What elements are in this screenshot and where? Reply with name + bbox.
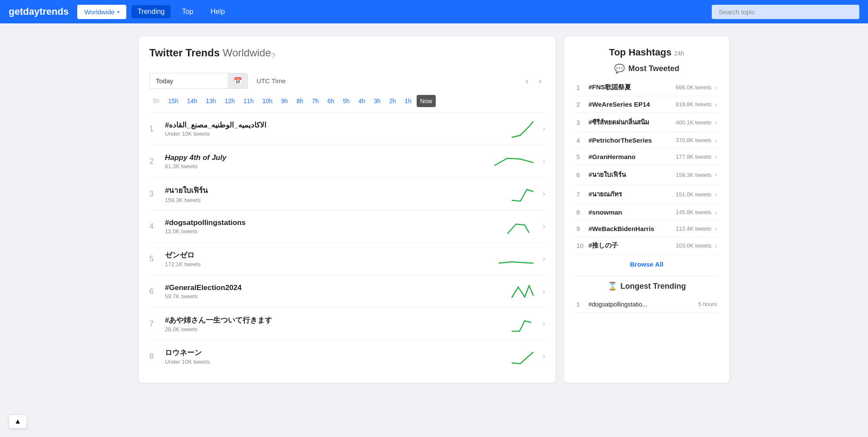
next-arrow[interactable]: ›	[535, 74, 545, 88]
hashtag-name: #WeAreSeries EP14	[589, 101, 676, 108]
table-row[interactable]: 8 ロウネーン Under 10K tweets ›	[149, 340, 545, 372]
table-row[interactable]: 5 ゼンゼロ 172.1K tweets ›	[149, 242, 545, 275]
trend-count: 159.3K tweets	[165, 197, 480, 203]
table-row[interactable]: 4 #dogsatpollingstations 12.0K tweets ›	[149, 210, 545, 242]
list-item[interactable]: 10 #推しの子 103.0K tweets ›	[575, 237, 719, 254]
time-1h[interactable]: 1h	[401, 95, 415, 107]
trend-count: 28.0K tweets	[165, 326, 480, 333]
trend-info: #นายใบเฟิร์น 159.3K tweets	[165, 184, 480, 203]
date-row: 📅 UTC Time ‹ ›	[149, 73, 545, 89]
nav-top[interactable]: Top	[176, 5, 199, 18]
hashtag-arrow-icon: ›	[715, 84, 717, 91]
trend-info: #dogsatpollingstations 12.0K tweets	[165, 218, 480, 235]
hashtag-count: 400.1K tweets	[676, 119, 711, 126]
time-5h[interactable]: 5h	[339, 95, 353, 107]
main-container: Twitter Trends Worldwide ? 📅 UTC Time ‹ …	[130, 23, 738, 396]
trend-rank: 8	[149, 352, 165, 361]
time-nav: 5h 15h 14h 13h 12h 11h 10h 9h 8h 7h 6h 5…	[149, 95, 545, 109]
utc-label: UTC Time	[256, 77, 286, 85]
longest-hours: 5 hours	[698, 301, 717, 307]
hashtag-arrow-icon: ›	[715, 242, 717, 249]
most-tweeted-label: 💬 Most Tweeted	[575, 63, 719, 74]
hashtag-name: #ซีรีส์หยดฝนกลิ่นสนิม	[589, 117, 676, 127]
calendar-button[interactable]: 📅	[228, 73, 247, 88]
list-item[interactable]: 1 #dogsatpollingstatio... 5 hours	[575, 296, 719, 313]
list-item[interactable]: 2 #WeAreSeries EP14 618.8K tweets ›	[575, 96, 719, 113]
hashtag-list: 1 #FNS歌謡祭夏 666.0K tweets › 2 #WeAreSerie…	[575, 79, 719, 254]
list-item[interactable]: 9 #WeBackBidenHarris 112.4K tweets ›	[575, 221, 719, 237]
trend-name: ゼンゼロ	[165, 250, 480, 260]
hashtag-count: 151.0K tweets	[676, 191, 711, 198]
hashtag-rank: 8	[576, 209, 589, 216]
list-item[interactable]: 8 #snowman 145.8K tweets ›	[575, 204, 719, 221]
worldwide-button[interactable]: Worldwide ▾	[77, 5, 126, 19]
list-item[interactable]: 5 #GranHermano 177.9K tweets ›	[575, 149, 719, 165]
time-now[interactable]: Now	[417, 95, 436, 107]
time-8h[interactable]: 8h	[293, 95, 307, 107]
list-item[interactable]: 7 #นายณภัทร 151.0K tweets ›	[575, 185, 719, 204]
hashtag-count: 370.8K tweets	[676, 137, 711, 143]
section-divider	[575, 276, 719, 276]
prev-arrow[interactable]: ‹	[522, 74, 532, 88]
trend-arrow-icon: ›	[543, 190, 545, 198]
table-row[interactable]: 2 Happy 4th of July 61.3K tweets ›	[149, 145, 545, 177]
panel-subtitle: Worldwide	[223, 47, 271, 59]
time-3h[interactable]: 3h	[370, 95, 384, 107]
time-4h[interactable]: 4h	[355, 95, 369, 107]
trend-arrow-icon: ›	[543, 255, 545, 263]
table-row[interactable]: 6 #GeneralElection2024 59.7K tweets ›	[149, 275, 545, 307]
table-row[interactable]: 7 #あや姉さん一生ついて行きます 28.0K tweets ›	[149, 307, 545, 340]
time-10h[interactable]: 10h	[259, 95, 276, 107]
hashtag-count: 145.8K tweets	[676, 209, 711, 215]
hashtag-count: 159.3K tweets	[676, 172, 711, 178]
trend-rank: 5	[149, 254, 165, 264]
time-14h[interactable]: 14h	[184, 95, 201, 107]
right-panel: Top Hashtags 24h 💬 Most Tweeted 1 #FNS歌謡…	[564, 36, 729, 383]
sidebar-title: Top Hashtags 24h	[575, 47, 719, 58]
hashtag-arrow-icon: ›	[715, 119, 717, 126]
longest-name: #dogsatpollingstatio...	[589, 301, 698, 308]
table-row[interactable]: 3 #นายใบเฟิร์น 159.3K tweets ›	[149, 177, 545, 210]
search-input[interactable]	[712, 5, 859, 19]
trend-count: 172.1K tweets	[165, 261, 480, 267]
trend-info: Happy 4th of July 61.3K tweets	[165, 153, 480, 170]
table-row[interactable]: 1 #الاكاديميه_الوطنيه_مصنع_القاده Under …	[149, 112, 545, 145]
trend-arrow-icon: ›	[543, 125, 545, 133]
help-icon[interactable]: ?	[271, 52, 276, 61]
time-13h[interactable]: 13h	[202, 95, 219, 107]
sidebar-badge: 24h	[674, 50, 684, 57]
hashtag-arrow-icon: ›	[715, 225, 717, 232]
trend-info: #الاكاديميه_الوطنيه_مصنع_القاده Under 10…	[165, 121, 480, 137]
list-item[interactable]: 4 #PetrichorTheSeries 370.8K tweets ›	[575, 132, 719, 149]
date-input[interactable]	[150, 74, 228, 88]
time-9h[interactable]: 9h	[278, 95, 292, 107]
trend-count: 61.3K tweets	[165, 163, 480, 170]
list-item[interactable]: 1 #FNS歌謡祭夏 666.0K tweets ›	[575, 79, 719, 96]
nav-trending[interactable]: Trending	[132, 5, 171, 18]
sidebar-title-text: Top Hashtags	[609, 47, 671, 58]
time-7h[interactable]: 7h	[309, 95, 322, 107]
time-11h[interactable]: 11h	[240, 95, 257, 107]
panel-title-text: Twitter Trends	[149, 47, 220, 59]
list-item[interactable]: 6 #นายใบเฟิร์น 159.3K tweets ›	[575, 165, 719, 185]
trend-count: 59.7K tweets	[165, 293, 480, 300]
time-15h[interactable]: 15h	[165, 95, 182, 107]
hashtag-arrow-icon: ›	[715, 209, 717, 216]
hashtag-rank: 9	[576, 225, 589, 232]
logo-prefix: getday	[9, 6, 39, 17]
time-5h-dim[interactable]: 5h	[149, 95, 163, 107]
hashtag-name: #FNS歌謡祭夏	[589, 83, 676, 91]
browse-all-button[interactable]: Browse All	[575, 261, 719, 268]
time-12h[interactable]: 12h	[221, 95, 238, 107]
hashtag-count: 103.0K tweets	[676, 242, 711, 249]
section2-label-text: Longest Trending	[621, 282, 686, 291]
trend-rank: 2	[149, 157, 165, 166]
time-6h[interactable]: 6h	[324, 95, 338, 107]
time-2h[interactable]: 2h	[386, 95, 400, 107]
nav-help[interactable]: Help	[204, 5, 231, 18]
hashtag-name: #PetrichorTheSeries	[589, 137, 676, 144]
trend-rank: 3	[149, 189, 165, 199]
trend-name: ロウネーン	[165, 348, 480, 358]
trend-arrow-icon: ›	[543, 157, 545, 165]
list-item[interactable]: 3 #ซีรีส์หยดฝนกลิ่นสนิม 400.1K tweets ›	[575, 113, 719, 132]
